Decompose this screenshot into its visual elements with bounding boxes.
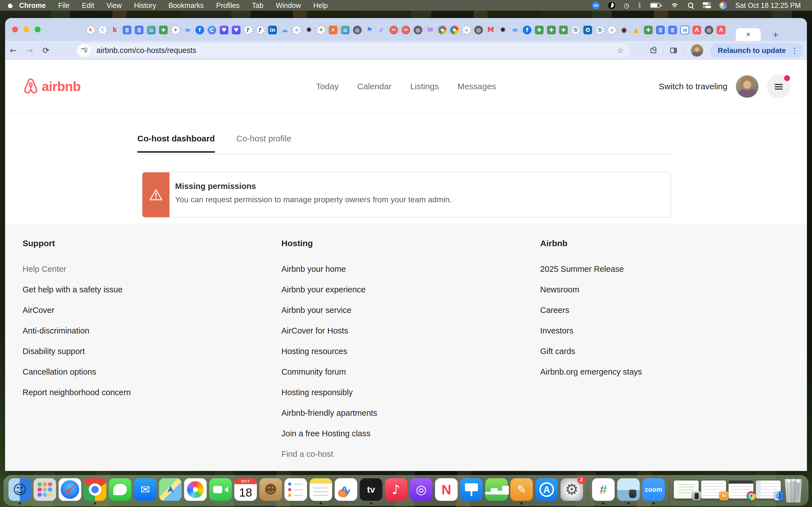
browser-tab-bank-f[interactable]: Ƒ <box>242 24 254 35</box>
tab-cohost-dashboard[interactable]: Co-host dashboard <box>137 134 215 153</box>
footer-link[interactable]: Report neighborhood concern <box>22 382 259 403</box>
dock-photos-icon[interactable] <box>184 478 207 501</box>
browser-tab-globe[interactable]: ◍ <box>351 24 363 35</box>
dock-freeform-icon[interactable]: ∿ <box>335 478 357 501</box>
browser-tab-gmail[interactable]: M <box>485 24 497 35</box>
browser-tab-chatgpt[interactable]: ✱ <box>497 24 509 35</box>
footer-link[interactable]: Join a free Hosting class <box>282 424 518 444</box>
footer-link[interactable]: Disability support <box>22 341 259 362</box>
zoom-window-button[interactable] <box>35 26 41 33</box>
footer-link[interactable]: Gift cards <box>540 341 777 362</box>
menu-chrome[interactable]: Chrome <box>19 1 46 10</box>
close-window-button[interactable] <box>12 26 18 33</box>
side-panel-icon[interactable] <box>670 48 677 53</box>
nav-calendar[interactable]: Calendar <box>357 82 392 91</box>
browser-tab-globe[interactable]: ◍ <box>412 24 424 35</box>
dock-notes-icon[interactable] <box>310 478 332 501</box>
browser-tab-icloud[interactable]: ☁ <box>278 24 291 35</box>
browser-tab-sharepoint[interactable]: Ⓢ <box>594 24 606 35</box>
footer-link[interactable]: Find a co-host <box>282 444 518 464</box>
browser-tab-google-docs[interactable]: ≣ <box>121 24 133 35</box>
browser-tab-planning-center[interactable]: ✚ <box>545 24 557 35</box>
dock-maps-icon[interactable]: ➤ <box>159 478 182 501</box>
battery-icon[interactable] <box>650 3 660 8</box>
footer-link[interactable]: Airbnb.org emergency stays <box>540 362 777 382</box>
chrome-menu-icon[interactable]: ⋮ <box>791 46 799 55</box>
browser-tab-globe[interactable]: ◍ <box>472 24 485 35</box>
browser-tab-orange-x[interactable]: ✕ <box>327 24 339 35</box>
browser-tab-google-docs[interactable]: ≣ <box>654 24 666 35</box>
menu-file[interactable]: File <box>58 1 69 10</box>
antivirus-icon[interactable] <box>608 2 615 9</box>
airbnb-logo[interactable]: airbnb <box>22 60 81 113</box>
close-tab-icon[interactable]: × <box>746 30 750 39</box>
browser-tab-c-app[interactable]: C <box>206 24 218 35</box>
menu-edit[interactable]: Edit <box>82 1 94 10</box>
menu-tab[interactable]: Tab <box>252 1 263 10</box>
browser-tab-meta[interactable]: ∞ <box>182 24 194 35</box>
siri-icon[interactable] <box>719 2 727 9</box>
dock-trash-icon[interactable] <box>783 478 804 503</box>
dock-pages-icon[interactable]: ✎ <box>510 478 533 501</box>
spotlight-icon[interactable] <box>688 2 694 9</box>
browser-tab-sharepoint[interactable]: Ⓢ <box>569 24 581 35</box>
control-center-icon[interactable] <box>703 2 711 8</box>
browser-tab-heart-pin[interactable]: ♥ <box>230 24 242 35</box>
dock-apple-tv-icon[interactable]: tv <box>360 478 382 501</box>
reload-button[interactable]: ⟳ <box>38 46 54 55</box>
nav-today[interactable]: Today <box>316 82 339 91</box>
nav-messages[interactable]: Messages <box>457 82 496 91</box>
menu-profiles[interactable]: Profiles <box>216 1 239 10</box>
browser-tab-google-drive[interactable]: ▲ <box>630 24 642 35</box>
dock-news-icon[interactable]: N <box>435 478 458 501</box>
browser-tab-globe-dashed[interactable]: ◍ <box>606 24 618 35</box>
dock-zoom-icon[interactable]: zoom <box>642 478 665 501</box>
browser-tab-planning-center[interactable]: ✚ <box>533 24 545 35</box>
browser-tab-church-center-dashed[interactable]: ✚ <box>315 24 327 35</box>
browser-tab-tamu-seal[interactable]: ◉ <box>618 24 630 35</box>
dock-calendar-icon[interactable]: OCT18 <box>234 478 257 501</box>
footer-link[interactable]: Airbnb your service <box>282 300 518 321</box>
menu-bookmarks[interactable]: Bookmarks <box>168 1 204 10</box>
browser-tab-garden-studio[interactable]: GS <box>400 24 412 35</box>
browser-tab-planning-center[interactable]: ✚ <box>642 24 654 35</box>
browser-tab-housing-app[interactable]: ⌂ <box>339 24 351 35</box>
footer-link[interactable]: 2025 Summer Release <box>540 259 777 279</box>
browser-tab-meta[interactable]: ∞ <box>509 24 521 35</box>
dock-keynote-icon[interactable] <box>460 478 483 501</box>
dock-slack-icon[interactable]: # <box>592 478 615 501</box>
browser-tab-airbnb[interactable]: Λ <box>715 24 727 35</box>
footer-link[interactable]: Airbnb your experience <box>282 279 518 300</box>
dock-finder-icon[interactable]: ☺ <box>8 478 31 501</box>
browser-tab-google-docs[interactable]: ≣ <box>666 24 679 35</box>
zoom-badge-icon[interactable]: zm <box>592 2 600 9</box>
browser-tab-email[interactable]: ✉ <box>424 24 436 35</box>
dock-music-icon[interactable]: ♪ <box>385 478 407 501</box>
footer-link[interactable]: AirCover <box>22 300 259 321</box>
footer-link[interactable]: Airbnb-friendly apartments <box>282 403 518 424</box>
dock-reminders-icon[interactable] <box>285 478 307 501</box>
apple-menu-icon[interactable] <box>8 2 13 8</box>
tab-cohost-profile[interactable]: Co-host profile <box>236 134 291 153</box>
browser-tab-globe[interactable]: ◍ <box>703 24 715 35</box>
menu-window[interactable]: Window <box>276 1 301 10</box>
address-bar[interactable]: airbnb.com/co-hosts/requests ☆ <box>76 43 629 58</box>
browser-tab-housing-app[interactable]: ⌂ <box>145 24 157 35</box>
menu-view[interactable]: View <box>107 1 122 10</box>
browser-tab-garden-studio[interactable]: GS <box>388 24 400 35</box>
dock-facetime-icon[interactable] <box>209 478 232 501</box>
footer-link[interactable]: Hosting resources <box>282 341 518 362</box>
browser-tab-linkedin[interactable]: in <box>266 24 278 35</box>
browser-tab-bank-f[interactable]: Ƒ <box>254 24 266 35</box>
site-settings-button[interactable] <box>78 44 90 57</box>
dock-app-store-icon[interactable]: A <box>536 478 558 501</box>
forward-button[interactable]: → <box>21 46 38 55</box>
footer-link[interactable]: AirCover for Hosts <box>282 321 518 341</box>
browser-tab-google-photos[interactable] <box>448 24 460 35</box>
dock-system-settings-icon[interactable]: ⚙2 <box>560 478 583 501</box>
footer-link[interactable]: Investors <box>540 321 777 341</box>
dock-launchpad-icon[interactable] <box>34 478 56 501</box>
dock-preview-icon[interactable] <box>617 478 640 501</box>
footer-link[interactable]: Hosting responsibly <box>282 382 518 403</box>
footer-link[interactable]: Newsroom <box>540 279 777 300</box>
